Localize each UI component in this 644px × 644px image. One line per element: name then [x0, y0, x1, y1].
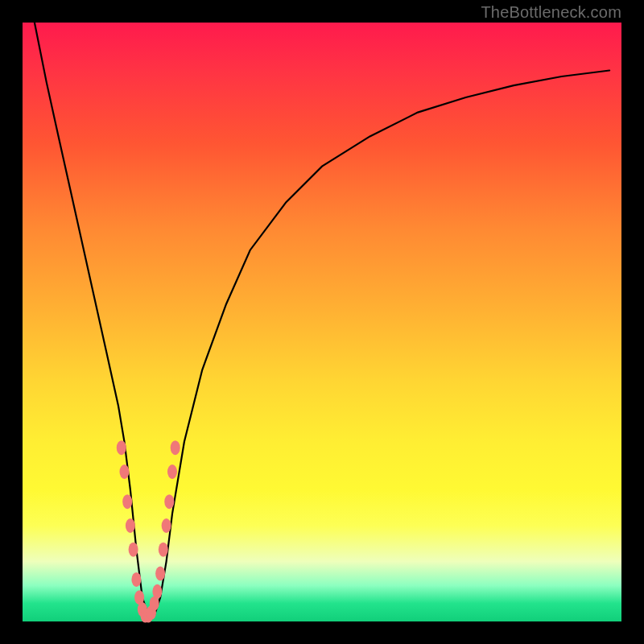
data-marker: [159, 543, 168, 557]
data-marker: [117, 440, 126, 455]
data-marker: [131, 572, 141, 587]
bottleneck-curve: [35, 23, 609, 616]
data-marker: [152, 584, 162, 599]
data-marker: [167, 464, 177, 479]
data-marker: [122, 494, 132, 509]
data-marker: [129, 543, 138, 557]
chart-frame: TheBottleneck.com: [0, 0, 644, 644]
data-marker: [155, 567, 165, 581]
data-marker: [171, 440, 180, 455]
data-marker: [126, 518, 135, 533]
data-marker: [120, 464, 130, 479]
chart-svg: [0, 0, 644, 644]
data-marker: [164, 494, 174, 509]
data-marker: [162, 518, 171, 533]
